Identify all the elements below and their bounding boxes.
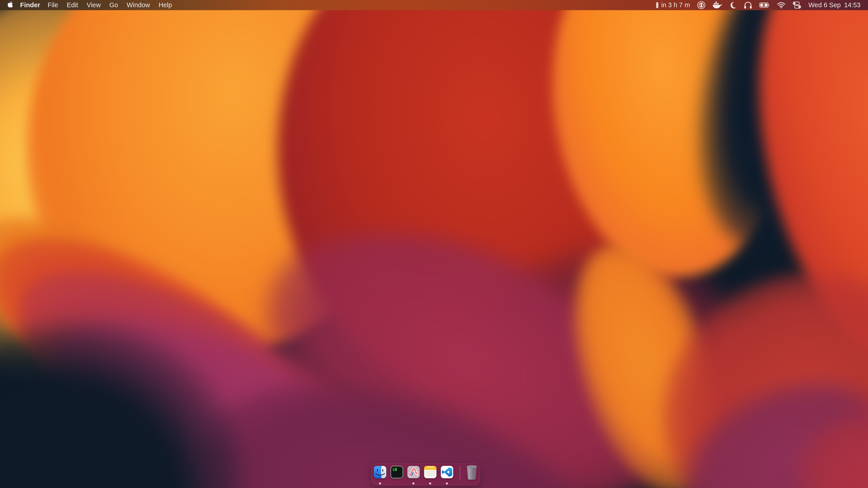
menu-item-go[interactable]: Go (105, 0, 123, 10)
finder-icon (374, 466, 386, 479)
status-bar: in 3 h 7 m (656, 0, 868, 10)
menu-item-window[interactable]: Window (122, 0, 154, 10)
menu-item-finder[interactable]: Finder (17, 0, 43, 10)
trash-icon (466, 465, 477, 480)
menu-item-help-label: Help (159, 1, 172, 9)
menu-bar-left: Finder File Edit View Go Window Help (0, 0, 176, 10)
dock-item-arc[interactable] (407, 466, 420, 479)
dock-item-trash[interactable] (466, 465, 477, 480)
menu-item-file[interactable]: File (43, 0, 63, 10)
dock-separator (460, 466, 460, 480)
dock-item-terminal[interactable]: $ (391, 466, 403, 479)
menu-item-help[interactable]: Help (154, 0, 177, 10)
menu-item-edit[interactable]: Edit (62, 0, 82, 10)
control-center-icon[interactable] (793, 2, 801, 8)
clock-date: Wed 6 Sep (808, 1, 841, 9)
apple-icon (7, 1, 13, 9)
menu-item-window-label: Window (127, 1, 150, 9)
vscode-icon (440, 466, 454, 479)
menu-item-go-label: Go (110, 1, 118, 9)
running-indicator-notes (429, 482, 431, 485)
1password-icon[interactable] (697, 1, 706, 9)
wifi-icon[interactable] (777, 2, 785, 8)
dock-item-notes[interactable] (424, 466, 437, 479)
terminal-prompt-glyph: $ (393, 467, 395, 472)
arc-browser-icon (407, 466, 420, 479)
menu-item-finder-label: Finder (20, 1, 40, 9)
dock-item-finder[interactable] (374, 466, 386, 479)
menu-bar-clock[interactable]: Wed 6 Sep 14:53 (808, 1, 861, 9)
running-indicator-finder (379, 482, 381, 485)
timer-pill-icon (656, 2, 658, 8)
menu-item-edit-label: Edit (67, 1, 78, 9)
docker-icon[interactable] (713, 2, 722, 8)
menu-bar: Finder File Edit View Go Window Help in … (0, 0, 868, 10)
running-indicator-vscode (446, 482, 448, 485)
headphones-icon[interactable] (744, 1, 752, 9)
running-indicator-arc (412, 482, 414, 485)
clock-time: 14:53 (844, 1, 861, 9)
menu-item-view[interactable]: View (82, 0, 105, 10)
menu-item-view-label: View (87, 1, 101, 9)
apple-menu[interactable] (4, 0, 17, 10)
dock-item-vscode[interactable] (440, 466, 454, 479)
status-timer[interactable]: in 3 h 7 m (656, 1, 690, 9)
terminal-icon: $ (391, 466, 403, 479)
battery-charging-icon[interactable] (759, 2, 770, 8)
dock: $ (371, 463, 480, 486)
timer-countdown-text: in 3 h 7 m (661, 1, 690, 9)
desktop-wallpaper (0, 0, 868, 488)
focus-moon-icon[interactable] (729, 1, 737, 9)
menu-item-file-label: File (48, 1, 58, 9)
notes-icon (424, 466, 437, 479)
